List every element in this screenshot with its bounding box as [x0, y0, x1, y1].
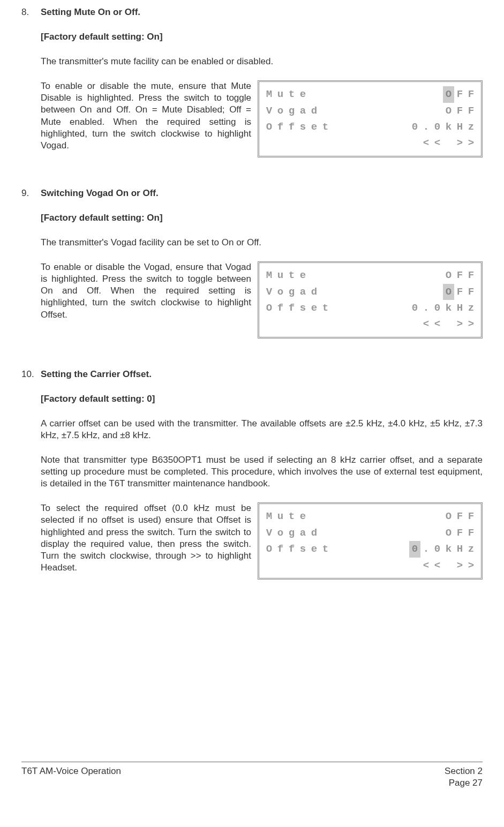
intro-paragraph: A carrier offset can be used with the tr… — [41, 418, 483, 441]
instruction-row: To enable or disable the Vogad, ensure t… — [41, 261, 483, 339]
default-setting: [Factory default setting: On] — [41, 31, 483, 43]
default-setting: [Factory default setting: 0] — [41, 393, 483, 405]
lcd-display: MuteOFFVogadOFFOffset0.0kHz<< >> — [258, 261, 483, 339]
section-heading: 8. Setting Mute On or Off. — [21, 6, 483, 18]
instruction-text: To enable or disable the mute, ensure th… — [41, 80, 251, 152]
footer-page: Page 27 — [445, 777, 483, 789]
page-footer: T6T AM-Voice Operation Section 2 Page 27 — [21, 762, 483, 789]
instruction-row: To select the required offset (0.0 kHz m… — [41, 502, 483, 580]
section-number: 10. — [21, 369, 41, 380]
footer-right: Section 2 Page 27 — [445, 765, 483, 789]
instruction-text: To enable or disable the Vogad, ensure t… — [41, 261, 251, 320]
intro-paragraph: The transmitter's Vogad facility can be … — [41, 237, 483, 249]
default-setting: [Factory default setting: On] — [41, 212, 483, 224]
footer-left: T6T AM-Voice Operation — [21, 765, 121, 789]
section-number: 9. — [21, 187, 41, 199]
section-title: Switching Vogad On or Off. — [41, 187, 159, 199]
section-body: [Factory default setting: On] The transm… — [41, 212, 483, 339]
section-heading: 9. Switching Vogad On or Off. — [21, 187, 483, 199]
section-body: [Factory default setting: 0] A carrier o… — [41, 393, 483, 580]
section-body: [Factory default setting: On] The transm… — [41, 31, 483, 157]
instruction-row: To enable or disable the mute, ensure th… — [41, 80, 483, 157]
section-number: 8. — [21, 6, 41, 18]
section-9: 9. Switching Vogad On or Off. [Factory d… — [21, 187, 483, 339]
footer-section: Section 2 — [445, 765, 483, 777]
instruction-text: To select the required offset (0.0 kHz m… — [41, 502, 251, 574]
section-8: 8. Setting Mute On or Off. [Factory defa… — [21, 6, 483, 157]
lcd-display: MuteOFFVogadOFFOffset0.0kHz<< >> — [258, 80, 483, 157]
intro-paragraph: The transmitter's mute facility can be e… — [41, 56, 483, 67]
intro-paragraph-2: Note that transmitter type B6350OPT1 mus… — [41, 454, 483, 490]
lcd-display: MuteOFFVogadOFFOffset0.0kHz<< >> — [258, 502, 483, 580]
section-heading: 10. Setting the Carrier Offset. — [21, 369, 483, 380]
section-title: Setting the Carrier Offset. — [41, 369, 152, 380]
section-title: Setting Mute On or Off. — [41, 6, 140, 18]
section-10: 10. Setting the Carrier Offset. [Factory… — [21, 369, 483, 580]
